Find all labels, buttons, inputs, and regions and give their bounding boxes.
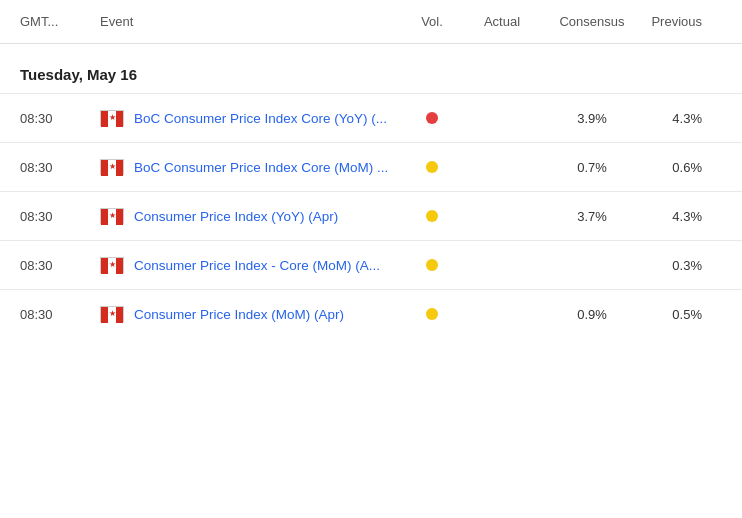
economic-calendar-table: GMT... Event Vol. Actual Consensus Previ… [0, 0, 742, 518]
table-row: 08:30 ★ BoC Consumer Price Index Core (Y… [0, 94, 742, 143]
time-cell: 08:30 [20, 258, 100, 273]
table-row: 08:30 ★ Consumer Price Index - Core (MoM… [0, 241, 742, 290]
table-row: 08:30 ★ Consumer Price Index (MoM) (Apr)… [0, 290, 742, 338]
consensus-cell: 0.7% [542, 160, 642, 175]
vol-cell [402, 112, 462, 124]
event-name[interactable]: Consumer Price Index (MoM) (Apr) [134, 307, 344, 322]
table-header: GMT... Event Vol. Actual Consensus Previ… [0, 0, 742, 44]
vol-cell [402, 210, 462, 222]
time-cell: 08:30 [20, 307, 100, 322]
flag-canada: ★ [100, 257, 124, 273]
header-actual: Actual [462, 14, 542, 29]
volatility-dot [426, 210, 438, 222]
header-previous: Previous [642, 14, 722, 29]
rows-container: 08:30 ★ BoC Consumer Price Index Core (Y… [0, 94, 742, 338]
header-consensus: Consensus [542, 14, 642, 29]
volatility-dot [426, 161, 438, 173]
header-gmt: GMT... [20, 14, 100, 29]
event-name[interactable]: BoC Consumer Price Index Core (MoM) ... [134, 160, 388, 175]
vol-cell [402, 161, 462, 173]
event-cell: ★ BoC Consumer Price Index Core (YoY) (.… [100, 110, 402, 126]
event-name[interactable]: Consumer Price Index - Core (MoM) (A... [134, 258, 380, 273]
event-cell: ★ Consumer Price Index (YoY) (Apr) [100, 208, 402, 224]
event-cell: ★ Consumer Price Index - Core (MoM) (A..… [100, 257, 402, 273]
header-event: Event [100, 14, 402, 29]
flag-canada: ★ [100, 110, 124, 126]
event-cell: ★ BoC Consumer Price Index Core (MoM) ..… [100, 159, 402, 175]
flag-canada: ★ [100, 208, 124, 224]
time-cell: 08:30 [20, 209, 100, 224]
previous-cell: 0.6% [642, 160, 722, 175]
volatility-dot [426, 112, 438, 124]
flag-canada: ★ [100, 159, 124, 175]
volatility-dot [426, 308, 438, 320]
event-name[interactable]: BoC Consumer Price Index Core (YoY) (... [134, 111, 387, 126]
vol-cell [402, 308, 462, 320]
consensus-cell: 3.9% [542, 111, 642, 126]
volatility-dot [426, 259, 438, 271]
consensus-cell: 0.9% [542, 307, 642, 322]
previous-cell: 0.5% [642, 307, 722, 322]
flag-canada: ★ [100, 306, 124, 322]
date-section: Tuesday, May 16 [0, 44, 742, 94]
table-row: 08:30 ★ BoC Consumer Price Index Core (M… [0, 143, 742, 192]
previous-cell: 4.3% [642, 209, 722, 224]
date-label: Tuesday, May 16 [20, 66, 137, 83]
previous-cell: 0.3% [642, 258, 722, 273]
header-vol: Vol. [402, 14, 462, 29]
event-name[interactable]: Consumer Price Index (YoY) (Apr) [134, 209, 338, 224]
event-cell: ★ Consumer Price Index (MoM) (Apr) [100, 306, 402, 322]
time-cell: 08:30 [20, 160, 100, 175]
consensus-cell: 3.7% [542, 209, 642, 224]
previous-cell: 4.3% [642, 111, 722, 126]
table-row: 08:30 ★ Consumer Price Index (YoY) (Apr)… [0, 192, 742, 241]
time-cell: 08:30 [20, 111, 100, 126]
vol-cell [402, 259, 462, 271]
